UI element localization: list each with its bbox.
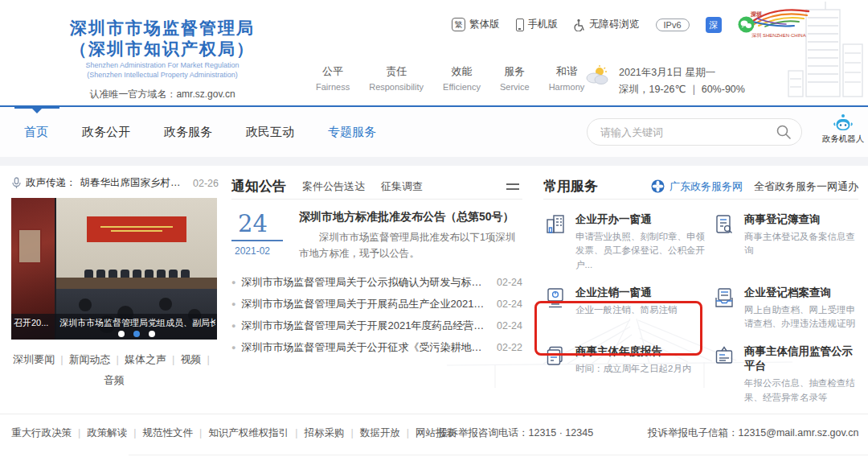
value-responsibility: 责任Responsibility — [369, 64, 424, 92]
robot-icon — [833, 113, 854, 133]
footer-link-policy-interpretation[interactable]: 政策解读 — [87, 427, 127, 438]
phone-icon — [516, 19, 524, 31]
link-news-updates[interactable]: 新闻动态 — [69, 353, 111, 365]
featured-notice-desc: 深圳市市场监督管理局批准发布以下1项深圳市地方标准，现予以公告。 — [299, 229, 522, 261]
guangdong-portal-link[interactable]: 广东政务服务网 — [669, 179, 743, 194]
carousel-dot[interactable] — [118, 331, 125, 337]
carousel-caption: 深圳市市场监督管理局党组成员、副局长李 — [59, 317, 215, 329]
guangdong-portal-slogan: 全省政务服务一网通办 — [754, 179, 858, 194]
notice-list: ●深圳市市场监督管理局关于公示拟确认为研发与标准化同步示范企...02-24 ●… — [231, 271, 522, 358]
report-document-icon — [543, 344, 567, 368]
services-title: 常用服务 — [543, 177, 598, 196]
notice-list-item[interactable]: ●深圳市市场监督管理局关于开展2021年度药品经营企业自查与报...02-24 — [231, 315, 522, 336]
value-service: 服务Service — [500, 64, 530, 92]
traditional-version-link[interactable]: 繁 繁体版 — [452, 18, 500, 31]
core-values: 公平Fairness 责任Responsibility 效能Efficiency… — [316, 64, 584, 92]
value-harmony: 和谐Harmony — [549, 64, 585, 92]
cloudy-weather-icon — [583, 64, 611, 87]
tab-case-announcements[interactable]: 案件公告送达 — [302, 179, 365, 194]
document-search-icon — [712, 212, 736, 237]
link-shenzhen-news[interactable]: 深圳要闻 — [13, 353, 55, 365]
featured-day: 24 — [231, 210, 291, 237]
service-annual-report[interactable]: 商事主体年度报告 时间：成立周年之日起2月内 — [543, 344, 707, 405]
ticker-headline-link[interactable]: 胡春华出席国家乡村振兴局挂牌... — [80, 176, 190, 190]
main-nav: 首页 政务公开 政务服务 政民互动 专题服务 政务机器人 — [0, 107, 868, 157]
service-archive-search[interactable]: 企业登记档案查询 网上自助查档、网上受理申请查档、办理违法违规证明 — [712, 286, 858, 331]
footer-link-ip-rights-guide[interactable]: 知识产权维权指引 — [208, 427, 289, 438]
footer-link-bidding[interactable]: 招标采购 — [305, 427, 345, 438]
complaint-email: 投诉举报电子信箱：12315@mail.amr.sz.gov.cn — [648, 426, 859, 440]
footer-link-normative-documents[interactable]: 规范性文件 — [143, 427, 194, 438]
service-credit-platform[interactable]: 商事主体信用监管公示平台 年报公示信息、抽查检查结果、经营异常名录等 — [712, 344, 858, 405]
page: 深圳 深圳 SHENZHEN·CHINA 深圳市市场监督管理局 （深圳市知识产权… — [0, 0, 868, 457]
footer-subline — [129, 455, 868, 455]
topbar-utilities: 繁 繁体版 手机版 无障碍浏览 IPv6 深 — [452, 16, 755, 33]
notice-list-item[interactable]: ●深圳市市场监督管理局关于开展药品生产企业2021年度自查和202...02-2… — [231, 293, 522, 315]
notice-more-icon[interactable] — [506, 183, 522, 190]
nav-item-gov-services[interactable]: 政务服务 — [164, 125, 212, 140]
featured-date-badge: 24 2021-02 — [231, 210, 291, 261]
gov-robot-button[interactable]: 政务机器人 — [821, 113, 865, 145]
city-logo-label: 深圳 SHENZHEN·CHINA — [746, 32, 812, 39]
news-ticker: 政声传递： 胡春华出席国家乡村振兴局挂牌... 02-26 — [11, 176, 219, 190]
tab-surveys[interactable]: 征集调查 — [381, 179, 423, 194]
search-input[interactable] — [600, 126, 776, 138]
footer-link-open-data[interactable]: 数据开放 — [360, 427, 400, 438]
common-services-section: 常用服务 广东政务服务网 全省政务服务一网通办 — [543, 174, 858, 405]
notice-section: 通知公告 案件公告送达 征集调查 24 2021-02 深圳市地方标准批准发布公… — [231, 174, 522, 358]
news-category-links: 深圳要闻|新闻动态|媒体之声|视频|音频 — [11, 349, 217, 391]
robot-label: 政务机器人 — [821, 134, 865, 145]
featured-notice-title[interactable]: 深圳市地方标准批准发布公告（总第50号） — [299, 210, 522, 224]
building-icon — [543, 212, 567, 237]
ipv6-badge[interactable]: IPv6 — [656, 19, 690, 31]
nav-item-special-topics[interactable]: 专题服务 — [328, 125, 376, 140]
carousel-dots — [56, 331, 217, 337]
credit-board-icon — [712, 344, 736, 368]
weather-date: 2021年3月1日 星期一 — [619, 64, 745, 81]
footer-link-major-decisions[interactable]: 重大行政决策 — [11, 427, 72, 438]
nav-item-interaction[interactable]: 政民互动 — [246, 125, 294, 140]
site-title-cn2: （深圳市知识产权局） — [11, 39, 313, 60]
featured-month: 2021-02 — [231, 245, 291, 257]
guangdong-portal-icon — [651, 179, 665, 193]
link-media-voice[interactable]: 媒体之声 — [125, 353, 166, 365]
nav-item-gov-disclosure[interactable]: 政务公开 — [82, 125, 130, 140]
news-carousel[interactable]: 召开20... 深圳市市场监督管理局党组成员、副局长李 — [11, 198, 217, 340]
value-efficiency: 效能Efficiency — [443, 64, 481, 92]
traditional-icon: 繁 — [452, 18, 465, 31]
footer: 重大行政决策|政策解读|规范性文件|知识产权维权指引|招标采购|数据开放|网站报… — [0, 414, 868, 457]
microphone-icon — [11, 177, 22, 189]
notice-list-item[interactable]: ●深圳市市场监督管理局关于公开征求《受污染耕地安全利用评价规...02-22 — [231, 336, 522, 358]
ticker-date: 02-26 — [193, 178, 219, 189]
i-shenzhen-app-icon[interactable]: 深 — [706, 17, 722, 33]
official-domain-note: 认准唯一官方域名：amr.sz.gov.cn — [11, 88, 313, 101]
wechat-icon[interactable] — [738, 16, 755, 33]
archive-box-icon — [712, 286, 736, 310]
power-terminal-icon — [543, 286, 567, 310]
featured-notice[interactable]: 24 2021-02 深圳市地方标准批准发布公告（总第50号） 深圳市市场监督管… — [231, 210, 522, 261]
service-registry-search[interactable]: 商事登记簿查询 商事主体登记及备案信息查询 — [712, 212, 858, 272]
mobile-version-link[interactable]: 手机版 — [516, 18, 559, 31]
weather-info: 深圳，19-26℃ ｜ 60%-90% — [619, 81, 745, 98]
notice-list-item[interactable]: ●深圳市市场监督管理局关于公示拟确认为研发与标准化同步示范企...02-24 — [231, 271, 522, 293]
ticker-prefix: 政声传递： — [26, 176, 76, 190]
shenzhen-city-logo: 深圳 深圳 SHENZHEN·CHINA — [746, 8, 812, 39]
search-icon[interactable] — [776, 124, 792, 140]
notice-title[interactable]: 通知公告 — [231, 177, 286, 196]
wheelchair-icon — [574, 19, 585, 31]
footer-links: 重大行政决策|政策解读|规范性文件|知识产权维权指引|招标采购|数据开放|网站报… — [11, 426, 456, 440]
carousel-dot-active[interactable] — [133, 331, 140, 337]
search-box[interactable] — [587, 118, 802, 146]
section-divider-band — [0, 157, 868, 166]
service-business-opening[interactable]: 企业开办一窗通 申请营业执照、刻制印章、申领发票、员工参保登记、公积金开户... — [543, 212, 707, 272]
carousel-dot[interactable] — [149, 331, 155, 337]
link-audio[interactable]: 音频 — [104, 374, 125, 386]
site-title-cn: 深圳市市场监督管理局 — [11, 18, 313, 39]
carousel-caption-prev: 召开20... — [14, 317, 54, 329]
link-video[interactable]: 视频 — [180, 353, 201, 365]
service-business-cancellation[interactable]: 企业注销一窗通 企业一般注销、简易注销 — [543, 286, 707, 331]
accessibility-link[interactable]: 无障碍浏览 — [574, 18, 640, 31]
site-logo: 深圳市市场监督管理局 （深圳市知识产权局） Shenzhen Administr… — [11, 18, 313, 101]
value-fairness: 公平Fairness — [316, 64, 350, 92]
nav-item-home[interactable]: 首页 — [24, 125, 48, 140]
